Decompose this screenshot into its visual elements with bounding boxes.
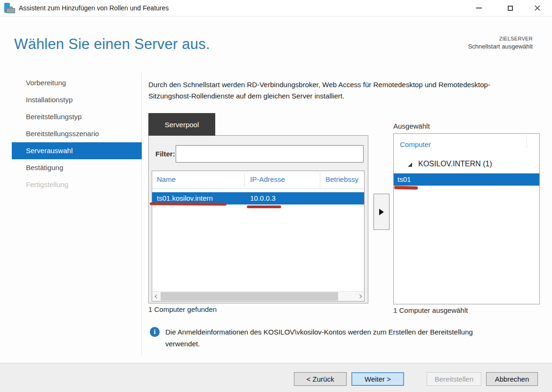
info-icon: i bbox=[150, 327, 160, 337]
sidebar-item-vorbereitung[interactable]: Vorbereitung bbox=[12, 74, 142, 91]
annotation-underline-servername bbox=[150, 202, 227, 205]
serverpool-list: Name IP-Adresse Betriebssy ts01.kosilov.… bbox=[152, 171, 365, 302]
back-button[interactable]: < Zurück bbox=[294, 372, 347, 386]
maximize-button[interactable] bbox=[499, 0, 521, 16]
tab-serverpool[interactable]: Serverpool bbox=[148, 113, 215, 136]
target-server-value: Schnellstart ausgewählt bbox=[468, 43, 533, 50]
sidebar-item-bereitstellungstyp[interactable]: Bereitstellungstyp bbox=[12, 108, 142, 125]
tree-group-label: KOSILOV.INTERN (1) bbox=[418, 160, 492, 168]
scrollbar-thumb[interactable] bbox=[161, 292, 338, 301]
target-server-label: ZIELSERVER bbox=[468, 36, 533, 41]
add-server-button[interactable] bbox=[373, 194, 390, 230]
annotation-underline-ip bbox=[247, 205, 281, 208]
info-text: Die Anmeldeinformationen des KOSILOV\vko… bbox=[165, 326, 486, 350]
horizontal-scrollbar[interactable] bbox=[152, 291, 364, 301]
scroll-right-button[interactable] bbox=[356, 292, 364, 301]
chevron-left-icon bbox=[154, 294, 158, 298]
filter-input[interactable] bbox=[176, 145, 364, 163]
column-header-name[interactable]: Name bbox=[157, 175, 176, 183]
deploy-button[interactable]: Bereitstellen bbox=[427, 372, 481, 386]
column-separator bbox=[244, 173, 245, 187]
wizard-window: Assistent zum Hinzufügen von Rollen und … bbox=[0, 0, 552, 392]
column-header-os[interactable]: Betriebssy bbox=[325, 175, 358, 183]
intro-text: Durch den Schnellstart werden RD-Verbind… bbox=[148, 79, 497, 102]
pool-count-text: 1 Computer gefunden bbox=[148, 305, 217, 313]
maximize-icon bbox=[508, 6, 513, 11]
server-name-cell: ts01.kosilov.intern bbox=[157, 194, 213, 202]
selected-computers-list: Computer KOSILOV.INTERN (1) ts01 bbox=[393, 133, 540, 304]
selected-count-text: 1 Computer ausgewählt bbox=[393, 306, 468, 314]
minimize-icon bbox=[476, 8, 482, 8]
scroll-left-button[interactable] bbox=[152, 292, 160, 301]
close-icon bbox=[534, 5, 541, 11]
column-separator bbox=[320, 173, 320, 187]
column-header-ip[interactable]: IP-Adresse bbox=[250, 175, 285, 183]
tree-group-kosilov-intern[interactable]: KOSILOV.INTERN (1) bbox=[394, 158, 539, 172]
column-header-computer[interactable]: Computer bbox=[400, 140, 431, 148]
cancel-button[interactable]: Abbrechen bbox=[486, 372, 538, 386]
tree-item-ts01[interactable]: ts01 bbox=[394, 173, 539, 186]
arrow-right-icon bbox=[379, 209, 384, 215]
page-title: Wählen Sie einen Server aus. bbox=[14, 36, 210, 53]
chevron-right-icon bbox=[357, 294, 361, 298]
sidebar-item-bereitstellungsszenario[interactable]: Bereitstellungsszenario bbox=[12, 125, 142, 142]
titlebar: Assistent zum Hinzufügen von Rollen und … bbox=[0, 0, 552, 16]
annotation-underline-ts01 bbox=[394, 186, 418, 190]
wizard-steps-nav: Vorbereitung Installationstyp Bereitstel… bbox=[12, 74, 142, 193]
window-title: Assistent zum Hinzufügen von Rollen und … bbox=[19, 4, 169, 12]
serverpool-list-header: Name IP-Adresse Betriebssy bbox=[152, 171, 364, 189]
minimize-button[interactable] bbox=[468, 0, 490, 16]
filter-label: Filter: bbox=[155, 150, 175, 158]
tree-expanded-icon[interactable] bbox=[408, 163, 412, 167]
tree-item-label: ts01 bbox=[398, 175, 411, 183]
sidebar-item-installationstyp[interactable]: Installationstyp bbox=[12, 91, 142, 108]
selected-panel-label: Ausgewählt bbox=[393, 122, 430, 130]
sidebar-item-bestaetigung[interactable]: Bestätigung bbox=[12, 159, 142, 176]
next-button[interactable]: Weiter > bbox=[351, 372, 404, 386]
roles-features-wizard-icon bbox=[4, 3, 16, 14]
sidebar-item-serverauswahl[interactable]: Serverauswahl bbox=[12, 142, 142, 159]
sidebar-item-fertigstellung[interactable]: Fertigstellung bbox=[12, 176, 142, 193]
footer-bar: < Zurück Weiter > Bereitstellen Abbreche… bbox=[0, 363, 552, 392]
column-separator bbox=[527, 136, 527, 148]
target-server-block: ZIELSERVER Schnellstart ausgewählt bbox=[468, 36, 533, 50]
server-ip-cell: 10.0.0.3 bbox=[250, 194, 276, 202]
close-button[interactable] bbox=[527, 0, 548, 16]
